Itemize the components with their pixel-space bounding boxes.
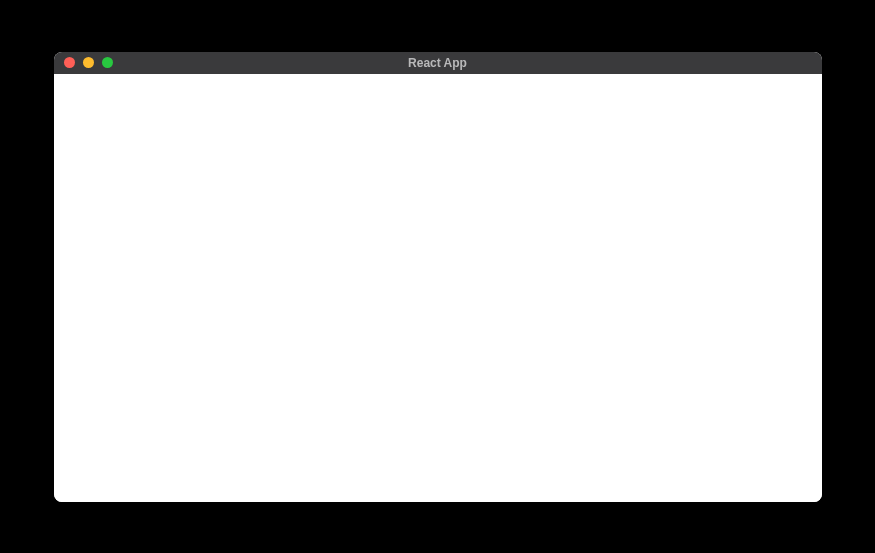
close-icon[interactable] xyxy=(64,57,75,68)
minimize-icon[interactable] xyxy=(83,57,94,68)
maximize-icon[interactable] xyxy=(102,57,113,68)
window-titlebar[interactable]: React App xyxy=(54,52,822,74)
traffic-lights xyxy=(54,57,113,68)
window-content xyxy=(54,74,822,502)
window-title: React App xyxy=(54,56,822,70)
app-window: React App xyxy=(54,52,822,502)
